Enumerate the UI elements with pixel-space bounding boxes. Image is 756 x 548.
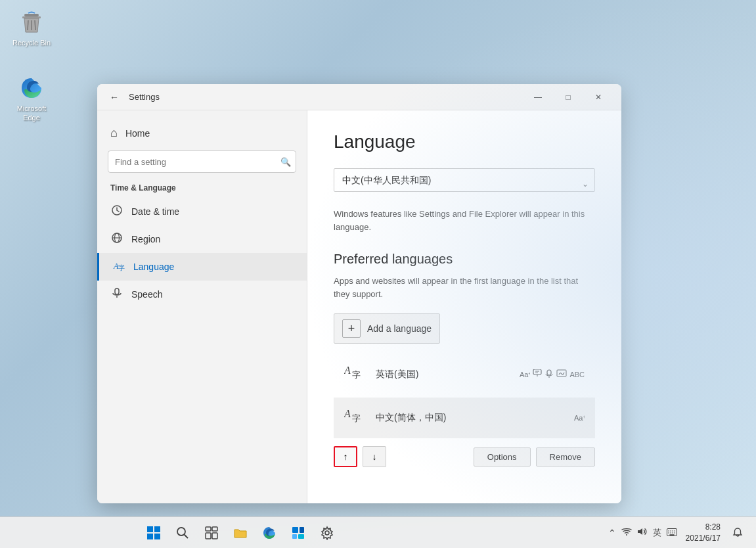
- sidebar-home-item[interactable]: ⌂ Home: [97, 121, 307, 145]
- network-icon[interactable]: [619, 526, 634, 539]
- remove-button[interactable]: Remove: [536, 447, 595, 467]
- language-indicator[interactable]: 英: [651, 526, 663, 540]
- svg-text:A: A: [344, 408, 351, 419]
- edge-label: Microsoft Edge: [8, 104, 55, 123]
- settings-window: ← Settings — □ ✕ ⌂ Home 🔍 Tim: [97, 84, 621, 503]
- svg-line-4: [35, 20, 35, 30]
- sidebar-item-label: Region: [131, 234, 160, 244]
- chevron-icon[interactable]: ⌃: [606, 526, 618, 539]
- svg-marker-41: [638, 528, 642, 535]
- minimize-button[interactable]: —: [523, 87, 553, 108]
- time: 8:28: [686, 522, 721, 533]
- language-name: 中文(简体，中国): [376, 412, 566, 424]
- taskbar-edge-button[interactable]: [256, 520, 282, 546]
- taskbar-settings-button[interactable]: [314, 520, 340, 546]
- recycle-bin-desktop-icon[interactable]: Recycle Bin: [5, 7, 58, 50]
- sidebar-item-language[interactable]: A 字 Language: [97, 253, 307, 281]
- svg-rect-0: [24, 14, 39, 16]
- svg-text:字: 字: [352, 413, 361, 423]
- sidebar-item-region[interactable]: Region: [97, 225, 307, 253]
- svg-text:Aa⁺: Aa⁺: [520, 371, 530, 378]
- search-input[interactable]: [108, 150, 296, 173]
- taskbar: ⌃ 英: [0, 516, 756, 548]
- window-title: Settings: [129, 92, 160, 102]
- svg-rect-34: [206, 533, 211, 539]
- title-bar-nav: ← Settings: [105, 88, 523, 106]
- main-content: Language 中文(中华人民共和国) English (United Sta…: [307, 110, 621, 503]
- svg-point-40: [325, 531, 329, 535]
- move-down-button[interactable]: ↓: [363, 446, 386, 467]
- close-button[interactable]: ✕: [583, 87, 613, 108]
- edge-icon: [18, 75, 45, 101]
- svg-rect-26: [147, 526, 153, 532]
- add-language-button[interactable]: + Add a language: [334, 313, 440, 344]
- mic-badge-icon: [545, 369, 554, 380]
- sidebar-item-date-time[interactable]: Date & time: [97, 198, 307, 225]
- taskbar-search-button[interactable]: [169, 520, 196, 546]
- svg-text:Aa⁺: Aa⁺: [574, 414, 585, 422]
- sidebar-item-speech[interactable]: Speech: [97, 281, 307, 308]
- move-up-button[interactable]: ↑: [334, 446, 357, 467]
- date-time-icon: [110, 204, 123, 219]
- language-dropdown-wrapper: 中文(中华人民共和国) English (United States) ⌄: [334, 168, 595, 200]
- svg-line-31: [185, 534, 189, 538]
- svg-rect-29: [154, 534, 160, 539]
- svg-text:字: 字: [352, 370, 361, 380]
- keyboard-badge-icon-chinese: Aa⁺: [574, 412, 585, 424]
- title-bar: ← Settings — □ ✕: [97, 84, 621, 110]
- windows-language-select[interactable]: 中文(中华人民共和国) English (United States): [334, 168, 595, 192]
- svg-rect-39: [298, 534, 304, 539]
- notification-button[interactable]: [727, 520, 748, 546]
- svg-text:字: 字: [118, 264, 125, 271]
- recycle-bin-label: Recycle Bin: [12, 38, 51, 47]
- task-view-button[interactable]: [198, 520, 225, 546]
- home-label: Home: [125, 128, 150, 139]
- preferred-languages-heading: Preferred languages: [334, 252, 595, 267]
- svg-rect-33: [212, 527, 217, 531]
- recycle-bin-icon: [18, 9, 45, 35]
- region-icon: [110, 232, 123, 246]
- language-item-chinese[interactable]: A 字 中文(简体，中国) Aa⁺: [334, 398, 595, 438]
- language-badges-chinese: Aa⁺: [574, 412, 585, 424]
- svg-rect-16: [533, 369, 541, 375]
- language-icon: A 字: [112, 260, 125, 274]
- svg-point-30: [177, 528, 185, 536]
- add-language-label: Add a language: [367, 323, 432, 334]
- action-row: ↑ ↓ Options Remove: [334, 444, 595, 470]
- svg-rect-27: [154, 526, 160, 532]
- keyboard-icon[interactable]: [665, 526, 679, 539]
- svg-line-2: [28, 20, 28, 30]
- search-box: 🔍: [108, 150, 296, 173]
- date: 2021/6/17: [686, 533, 721, 544]
- language-name: 英语(美国): [376, 369, 512, 380]
- sidebar-item-label: Language: [133, 262, 174, 272]
- language-a-icon: A 字: [344, 362, 368, 387]
- sys-tray: ⌃ 英: [606, 526, 679, 540]
- taskbar-right: ⌃ 英: [606, 520, 748, 546]
- svg-rect-38: [292, 534, 297, 539]
- svg-rect-28: [147, 534, 153, 539]
- speech-icon: [110, 287, 123, 302]
- options-button[interactable]: Options: [474, 447, 531, 467]
- desktop: Recycle Bin Microsoft Ed: [0, 0, 756, 548]
- file-explorer-button[interactable]: [227, 520, 254, 546]
- preferred-languages-description: Apps and websites will appear in the fir…: [334, 275, 595, 300]
- sidebar-section-title: Time & Language: [97, 183, 307, 198]
- maximize-button[interactable]: □: [553, 87, 583, 108]
- back-button[interactable]: ←: [105, 88, 123, 106]
- language-item-english[interactable]: A 字 英语(美国) Aa⁺: [334, 354, 595, 395]
- start-button[interactable]: [141, 520, 167, 546]
- taskbar-center: [141, 520, 340, 546]
- edge-desktop-icon[interactable]: Microsoft Edge: [5, 72, 58, 126]
- windows-language-description: Windows features like Settings and File …: [334, 208, 595, 233]
- system-clock[interactable]: 8:28 2021/6/17: [683, 522, 723, 544]
- sidebar-item-label: Speech: [131, 289, 162, 300]
- svg-rect-35: [212, 533, 217, 539]
- sidebar-item-label: Date & time: [131, 206, 179, 217]
- svg-rect-22: [557, 370, 566, 377]
- language-a-icon-chinese: A 字: [344, 405, 368, 430]
- speech-badge-icon: [533, 369, 542, 380]
- taskbar-store-button[interactable]: [285, 520, 311, 546]
- volume-icon[interactable]: [635, 526, 650, 539]
- window-controls: — □ ✕: [523, 87, 613, 108]
